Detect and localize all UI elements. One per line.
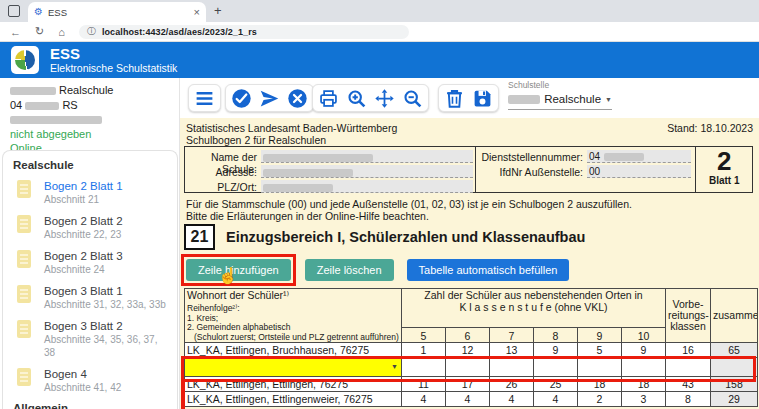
selected-empty-row: ▼	[185, 358, 758, 377]
table-row: LK_KA, Ettlingen, Bruchhausen, 76275 1 1…	[185, 343, 758, 358]
print-button[interactable]	[318, 88, 339, 109]
zusammen-cell: 158	[711, 377, 758, 392]
autofill-table-button[interactable]: Tabelle automatisch befüllen	[407, 259, 570, 281]
page-info-icon[interactable]: ⓘ	[87, 25, 96, 38]
value-cell[interactable]	[446, 358, 490, 377]
dropdown-caret-icon[interactable]: ▼	[391, 363, 398, 370]
wohnort-cell[interactable]: LK_KA, Ettlingen, Ettlingenweier, 76275	[185, 392, 402, 407]
add-row-button[interactable]: Zeile hinzufügen	[186, 259, 291, 281]
form-content: Statistisches Landesamt Baden-Württember…	[180, 118, 759, 409]
sidebar-item-bogen3-blatt1[interactable]: Bogen 3 Blatt 1 Abschnitte 31, 32, 33a, …	[3, 282, 177, 317]
zoom-in-button[interactable]	[346, 88, 367, 109]
sidebar-item-bogen2-blatt3[interactable]: Bogen 2 Blatt 3 Abschnitte 24	[3, 247, 177, 282]
printer-icon	[318, 88, 339, 109]
dienststellennummer-label: Dienststellennummer:	[477, 151, 583, 163]
value-cell[interactable]: 9	[534, 343, 578, 358]
browser-tab-strip: ⚙ ESS × +	[0, 0, 759, 22]
wohnort-sub1: Reihenfolge²⁾:	[187, 304, 399, 314]
school-name-field[interactable]	[261, 150, 473, 163]
ess-logo	[11, 46, 39, 74]
tab-title: ESS	[48, 7, 189, 18]
value-cell[interactable]: 4	[402, 392, 446, 407]
value-cell[interactable]: 5	[578, 343, 622, 358]
stufe-8: 8	[534, 328, 578, 343]
nav-item-subtitle: Abschnitte 34, 35, 36, 37, 38	[44, 333, 171, 359]
dienststellennummer-field[interactable]: 04	[587, 150, 691, 163]
vorb-cell[interactable]: 16	[666, 343, 711, 358]
wohnort-cell-selected[interactable]: ▼	[185, 358, 402, 377]
value-cell[interactable]: 4	[490, 392, 534, 407]
document-icon	[17, 320, 31, 338]
adresse-field[interactable]	[261, 165, 473, 178]
wohnort-cell[interactable]: LK_KA, Ettlingen, Ettlingen, 76275	[185, 377, 402, 392]
zoom-out-button[interactable]	[402, 88, 423, 109]
value-cell[interactable]: 26	[490, 377, 534, 392]
document-icon	[17, 285, 31, 303]
value-cell[interactable]: 17	[446, 377, 490, 392]
browser-tab[interactable]: ⚙ ESS ×	[28, 2, 206, 22]
nav-item-title: Bogen 3 Blatt 1	[44, 284, 166, 298]
home-icon[interactable]: ⌂	[58, 26, 65, 38]
chevron-down-icon: ▼	[605, 96, 612, 103]
value-cell[interactable]: 9	[622, 343, 666, 358]
value-cell[interactable]: 18	[622, 377, 666, 392]
back-icon[interactable]: ←	[10, 26, 21, 38]
sidebar-item-bogen3-blatt2[interactable]: Bogen 3 Blatt 2 Abschnitte 34, 35, 36, 3…	[3, 317, 177, 365]
pie-chart-logo-icon	[15, 50, 35, 70]
vorb-cell[interactable]: 43	[666, 377, 711, 392]
nav-item-title: Bogen 2 Blatt 3	[44, 249, 123, 263]
table-actions: Zeile hinzufügen Zeile löschen Tabelle a…	[181, 254, 569, 286]
redacted-school-name	[10, 87, 56, 95]
delete-button[interactable]	[444, 88, 465, 109]
value-cell[interactable]: 12	[446, 343, 490, 358]
move-button[interactable]	[374, 88, 395, 109]
value-cell[interactable]: 4	[534, 392, 578, 407]
tab-close-icon[interactable]: ×	[194, 6, 200, 18]
value-cell[interactable]	[578, 358, 622, 377]
nav-item-subtitle: Abschnitt 21	[44, 193, 123, 206]
new-tab-icon[interactable]: +	[214, 3, 222, 18]
value-cell[interactable]: 11	[402, 377, 446, 392]
document-icon	[17, 250, 31, 268]
value-cell[interactable]: 1	[402, 343, 446, 358]
refresh-icon[interactable]: ↻	[35, 25, 44, 38]
save-button[interactable]	[472, 88, 493, 109]
toolbar-group-menu	[188, 84, 221, 112]
note-line-1: Für die Stammschule (00) und jede Außens…	[186, 198, 632, 210]
confirm-button[interactable]	[231, 88, 252, 109]
ifdnr-field[interactable]: 00	[587, 165, 691, 178]
value-cell[interactable]: 3	[622, 392, 666, 407]
zusammen-cell: 65	[711, 343, 758, 358]
value-cell[interactable]	[534, 358, 578, 377]
app-subtitle: Elektronische Schulstatistik	[50, 62, 177, 74]
cancel-button[interactable]	[287, 88, 308, 109]
school-id-suffix: RS	[62, 99, 77, 111]
value-cell[interactable]: 4	[446, 392, 490, 407]
schulstelle-select[interactable]: Schulstelle Realschule ▼	[508, 80, 612, 110]
tab-overview-icon[interactable]	[8, 5, 20, 17]
vorb-cell[interactable]	[666, 358, 711, 377]
sidebar-item-bogen2-blatt2[interactable]: Bogen 2 Blatt 2 Abschnitte 22, 23	[3, 212, 177, 247]
vorb-cell[interactable]: 8	[666, 392, 711, 407]
value-cell[interactable]: 2	[578, 392, 622, 407]
sidebar-item-bogen2-blatt1[interactable]: Bogen 2 Blatt 1 Abschnitt 21	[3, 177, 177, 212]
document-icon	[17, 215, 31, 233]
menu-button[interactable]	[194, 88, 215, 109]
zoom-out-icon	[402, 88, 423, 109]
annotation-box-add-row: Zeile hinzufügen	[181, 254, 296, 286]
value-cell[interactable]: 25	[534, 377, 578, 392]
school-id-prefix: 04	[10, 99, 22, 111]
value-cell[interactable]: 18	[578, 377, 622, 392]
plz-ort-field[interactable]	[261, 180, 473, 193]
value-cell[interactable]: 13	[490, 343, 534, 358]
value-cell[interactable]	[622, 358, 666, 377]
url-field[interactable]: ⓘ localhost:4432/asd/aes/2023/2_1_rs	[79, 25, 409, 39]
value-cell[interactable]	[490, 358, 534, 377]
delete-row-button[interactable]: Zeile löschen	[305, 259, 394, 281]
wohnort-cell[interactable]: LK_KA, Ettlingen, Bruchhausen, 76275	[185, 343, 402, 358]
send-button[interactable]	[259, 88, 280, 109]
nav-item-title: Bogen 2 Blatt 1	[44, 179, 123, 193]
form-divider	[475, 147, 476, 192]
value-cell[interactable]	[402, 358, 446, 377]
sidebar-item-bogen4[interactable]: Bogen 4 Abschnitte 41, 42	[3, 365, 177, 400]
